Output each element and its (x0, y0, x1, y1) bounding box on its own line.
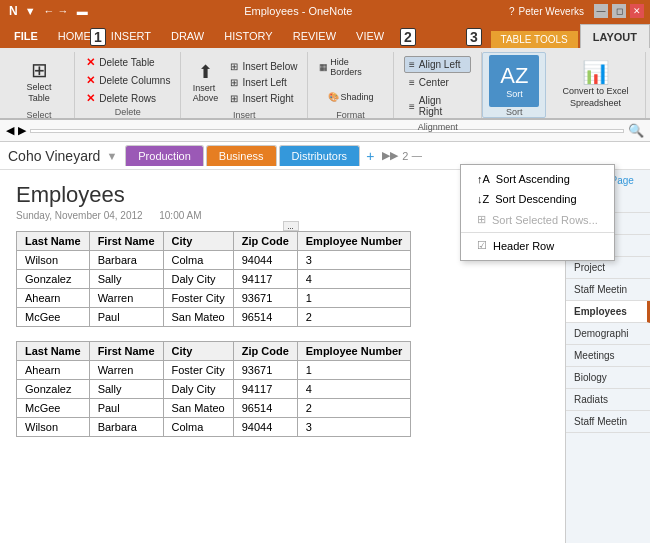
delete-table-button[interactable]: ✕ Delete Table (81, 54, 175, 71)
shading-button[interactable]: 🎨 Shading (323, 84, 379, 110)
nav-back-icon[interactable]: ◀ (6, 124, 14, 137)
sort-group: AZ Sort Sort (482, 52, 546, 118)
notebook-arrow-icon: ▼ (106, 150, 117, 162)
format-group: ▦ Hide Borders 🎨 Shading Format (308, 52, 394, 118)
table-cell: San Mateo (163, 308, 233, 327)
insert-group: ⬆ InsertAbove ⊞ Insert Below ⊞ Insert Le… (181, 52, 308, 118)
center-label: Center (419, 77, 449, 88)
tab-view[interactable]: VIEW (346, 24, 394, 48)
nav-forward-icon[interactable]: ▶ (18, 124, 26, 137)
user-name: Peter Weverks (519, 6, 584, 17)
align-right-button[interactable]: ≡ Align Right (404, 92, 471, 120)
address-field[interactable] (30, 129, 624, 133)
align-left-icon: ≡ (409, 59, 415, 70)
format-group-label: Format (336, 110, 365, 122)
delete-columns-button[interactable]: ✕ Delete Columns (81, 72, 175, 89)
table-cell: Warren (89, 361, 163, 380)
table-cell: Colma (163, 418, 233, 437)
insert-below-label: Insert Below (242, 61, 297, 72)
restore-button[interactable]: ◻ (612, 4, 626, 18)
excel-icon: 📊 (582, 60, 609, 86)
table-cell: 4 (297, 270, 411, 289)
sort-group-label: Sort (506, 107, 523, 119)
table-cell: 2 (297, 308, 411, 327)
table-cell: 3 (297, 251, 411, 270)
notebook-name[interactable]: Coho Vineyard (8, 148, 100, 164)
close-button[interactable]: ✕ (630, 4, 644, 18)
sort-button[interactable]: AZ Sort (489, 55, 539, 107)
table-cell: 94117 (233, 380, 297, 399)
page-count-indicator: 2 ⸻ (402, 150, 422, 162)
table-cell: Wilson (17, 251, 90, 270)
table2-col-empnum: Employee Number (297, 342, 411, 361)
delete-columns-label: Delete Columns (99, 75, 170, 86)
delete-rows-label: Delete Rows (99, 93, 156, 104)
search-icon[interactable]: 🔍 (628, 123, 644, 138)
table-cell: Daly City (163, 380, 233, 399)
sidebar-page-item[interactable]: Meetings (566, 345, 650, 367)
minimize-button[interactable]: — (594, 4, 608, 18)
header-row-label: Header Row (493, 240, 554, 252)
tab-review[interactable]: REVIEW (283, 24, 346, 48)
hide-borders-button[interactable]: ▦ Hide Borders (314, 54, 387, 80)
sidebar-page-item[interactable]: Staff Meetin (566, 411, 650, 433)
insert-above-button[interactable]: ⬆ InsertAbove (187, 54, 223, 110)
hide-borders-label: Hide Borders (330, 57, 382, 77)
insert-right-label: Insert Right (242, 93, 293, 104)
header-row-item[interactable]: ☑ Header Row (461, 235, 614, 256)
sidebar-page-item[interactable]: Biology (566, 367, 650, 389)
table-cell: Warren (89, 289, 163, 308)
sort-icon: AZ (500, 63, 528, 89)
table2: Last Name First Name City Zip Code Emplo… (16, 341, 411, 437)
align-right-label: Align Right (419, 95, 467, 117)
tab-history[interactable]: HISTORY (214, 24, 283, 48)
center-button[interactable]: ≡ Center (404, 74, 471, 91)
table-cell: Gonzalez (17, 270, 90, 289)
table2-col-zipcode: Zip Code (233, 342, 297, 361)
table-cell: Daly City (163, 270, 233, 289)
sidebar-page-item[interactable]: Employees (566, 301, 650, 323)
insert-left-button[interactable]: ⊞ Insert Left (225, 75, 302, 90)
table-cell: 1 (297, 289, 411, 308)
convert-excel-button[interactable]: 📊 Convert to Excel Spreadsheet (552, 57, 639, 113)
align-buttons: ≡ Align Left ≡ Center ≡ Align Right (400, 54, 475, 122)
table1-resize-handle[interactable]: ... (283, 221, 299, 231)
annotation-3: 3 (466, 28, 482, 46)
sort-descending-item[interactable]: ↓Z Sort Descending (461, 189, 614, 209)
sidebar-page-item[interactable]: Demographi (566, 323, 650, 345)
insert-left-icon: ⊞ (230, 77, 238, 88)
table-cell: McGee (17, 399, 90, 418)
title-bar: N ▼ ← → ▬ Employees - OneNote ? Peter We… (0, 0, 650, 22)
table-cell: Wilson (17, 418, 90, 437)
sort-ascending-item[interactable]: ↑A Sort Ascending (461, 169, 614, 189)
sort-selected-icon: ⊞ (477, 213, 486, 226)
section-production[interactable]: Production (125, 145, 204, 166)
help-button[interactable]: ? (509, 6, 515, 17)
shading-icon: 🎨 (328, 92, 339, 102)
window-title: Employees - OneNote (88, 5, 509, 17)
tab-layout[interactable]: LAYOUT (580, 24, 650, 48)
section-business[interactable]: Business (206, 145, 277, 166)
alignment-group-label: Alignment (418, 122, 458, 134)
insert-below-button[interactable]: ⊞ Insert Below (225, 59, 302, 74)
section-distributors[interactable]: Distributors (279, 145, 361, 166)
insert-right-button[interactable]: ⊞ Insert Right (225, 91, 302, 106)
select-table-icon: ⊞ (31, 60, 48, 80)
align-left-button[interactable]: ≡ Align Left (404, 56, 471, 73)
delete-group: ✕ Delete Table ✕ Delete Columns ✕ Delete… (75, 52, 181, 118)
insert-below-icon: ⊞ (230, 61, 238, 72)
tab-draw[interactable]: DRAW (161, 24, 214, 48)
sort-descending-icon: ↓Z (477, 193, 489, 205)
delete-rows-button[interactable]: ✕ Delete Rows (81, 90, 175, 107)
tab-file[interactable]: FILE (4, 24, 48, 48)
sidebar-page-item[interactable]: Staff Meetin (566, 279, 650, 301)
add-section-button[interactable]: + (366, 148, 374, 164)
tab-insert[interactable]: INSERT (101, 24, 161, 48)
table-cell: Barbara (89, 418, 163, 437)
table-cell: 94044 (233, 251, 297, 270)
table-row: McGeePaulSan Mateo965142 (17, 399, 411, 418)
table-cell: 94044 (233, 418, 297, 437)
sidebar-page-item[interactable]: Radiats (566, 389, 650, 411)
select-table-button[interactable]: ⊞ Select Table (10, 54, 68, 110)
sort-ascending-icon: ↑A (477, 173, 490, 185)
